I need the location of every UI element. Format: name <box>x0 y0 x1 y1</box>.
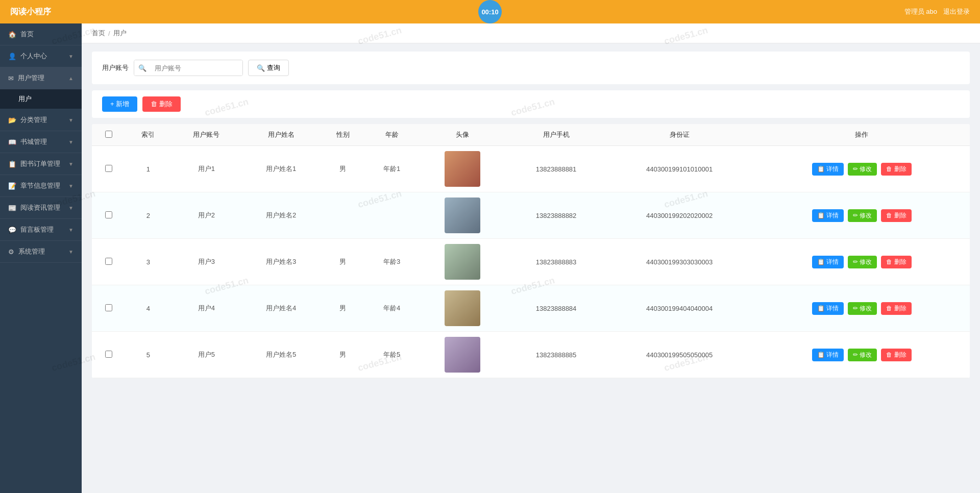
row-delete-button-2[interactable]: 🗑 删除 <box>881 209 911 222</box>
row-delete-button-3[interactable]: 🗑 删除 <box>881 256 911 268</box>
edit-button-3[interactable]: ✏ 修改 <box>848 256 877 268</box>
col-name: 用户姓名 <box>242 124 320 146</box>
batch-delete-button[interactable]: 🗑 删除 <box>142 96 181 112</box>
edit-button-1[interactable]: ✏ 修改 <box>848 163 877 176</box>
row-index-4: 4 <box>126 285 171 332</box>
search-button[interactable]: 🔍 查询 <box>248 60 289 76</box>
breadcrumb: 首页 / 用户 <box>82 23 980 43</box>
sidebar-item-chapter[interactable]: 📝 章节信息管理 ▼ <box>0 175 82 197</box>
sidebar-item-personal[interactable]: 👤 个人中心 ▼ <box>0 45 82 67</box>
row-delete-button-1[interactable]: 🗑 删除 <box>881 163 911 176</box>
breadcrumb-separator: / <box>108 30 110 37</box>
row-delete-button-5[interactable]: 🗑 删除 <box>881 349 911 361</box>
book-icon: 📖 <box>8 138 16 146</box>
select-all-checkbox[interactable] <box>105 131 112 138</box>
detail-button-4[interactable]: 📋 详情 <box>812 302 844 315</box>
row-idcard-3: 440300199303030003 <box>605 239 753 285</box>
header-timer-container: 00:10 <box>478 0 502 23</box>
row-index-1: 1 <box>126 146 171 192</box>
row-ops-2: 📋 详情 ✏ 修改 🗑 删除 <box>753 192 970 239</box>
row-select-3[interactable] <box>105 258 112 265</box>
row-checkbox-3 <box>92 239 126 285</box>
sidebar-label-book: 书城管理 <box>20 137 47 146</box>
chevron-down-icon-2: ▼ <box>68 117 74 123</box>
sidebar-label-category: 分类管理 <box>20 115 47 125</box>
search-bar: 用户账号 🔍 🔍 查询 <box>92 52 970 84</box>
row-ops-4: 📋 详情 ✏ 修改 🗑 删除 <box>753 285 970 332</box>
search-input[interactable] <box>151 60 242 76</box>
sidebar-item-user-mgmt[interactable]: ✉ 用户管理 ▲ <box>0 67 82 89</box>
row-index-2: 2 <box>126 192 171 239</box>
chapter-icon: 📝 <box>8 182 16 190</box>
row-name-4: 用户姓名4 <box>242 285 320 332</box>
sidebar-label-news: 阅读资讯管理 <box>20 203 60 212</box>
detail-button-5[interactable]: 📋 详情 <box>812 349 844 361</box>
row-name-2: 用户姓名2 <box>242 192 320 239</box>
new-button[interactable]: + 新增 <box>102 96 137 112</box>
sidebar-item-news[interactable]: 📰 阅读资讯管理 ▼ <box>0 197 82 219</box>
table-row: 2 用户2 用户姓名2 13823888882 4403001992020200… <box>92 192 970 239</box>
search-btn-icon: 🔍 <box>257 64 265 72</box>
app-title: 阅读小程序 <box>10 7 51 17</box>
row-phone-5: 13823888885 <box>507 332 605 378</box>
row-idcard-4: 440300199404040004 <box>605 285 753 332</box>
row-account-3: 用户3 <box>171 239 242 285</box>
row-ops-5: 📋 详情 ✏ 修改 🗑 删除 <box>753 332 970 378</box>
search-icon: 🔍 <box>134 60 151 76</box>
row-select-4[interactable] <box>105 304 112 311</box>
row-gender-2 <box>320 192 365 239</box>
row-checkbox-5 <box>92 332 126 378</box>
row-account-4: 用户4 <box>171 285 242 332</box>
row-name-3: 用户姓名3 <box>242 239 320 285</box>
detail-button-2[interactable]: 📋 详情 <box>812 209 844 222</box>
sidebar-label-user-mgmt: 用户管理 <box>18 73 44 83</box>
row-checkbox-2 <box>92 192 126 239</box>
row-gender-3: 男 <box>320 239 365 285</box>
edit-button-4[interactable]: ✏ 修改 <box>848 302 877 315</box>
sidebar: 🏠 首页 👤 个人中心 ▼ ✉ 用户管理 ▲ 用户 📂 分类管理 <box>0 23 82 493</box>
main-content: 首页 / 用户 用户账号 🔍 🔍 查询 + 新增 <box>82 23 980 493</box>
search-input-wrapper: 🔍 <box>134 60 243 76</box>
detail-button-3[interactable]: 📋 详情 <box>812 256 844 268</box>
row-idcard-1: 440300199101010001 <box>605 146 753 192</box>
sidebar-label-chapter: 章节信息管理 <box>20 181 60 190</box>
detail-button-1[interactable]: 📋 详情 <box>812 163 844 176</box>
row-phone-4: 13823888884 <box>507 285 605 332</box>
sidebar-item-book[interactable]: 📖 书城管理 ▼ <box>0 131 82 153</box>
row-checkbox-4 <box>92 285 126 332</box>
col-checkbox <box>92 124 126 146</box>
sidebar-item-order[interactable]: 📋 图书订单管理 ▼ <box>0 153 82 175</box>
chevron-down-icon-3: ▼ <box>68 139 74 145</box>
row-index-5: 5 <box>126 332 171 378</box>
col-index: 索引 <box>126 124 171 146</box>
table-row: 4 用户4 用户姓名4 男 年龄4 13823888884 4403001994… <box>92 285 970 332</box>
category-icon: 📂 <box>8 116 16 124</box>
edit-button-2[interactable]: ✏ 修改 <box>848 209 877 222</box>
page-content: 用户账号 🔍 🔍 查询 + 新增 🗑 删除 <box>82 43 980 386</box>
breadcrumb-current: 用户 <box>113 29 127 38</box>
action-bar: + 新增 🗑 删除 <box>92 90 970 118</box>
row-delete-button-4[interactable]: 🗑 删除 <box>881 302 911 315</box>
table-row: 3 用户3 用户姓名3 男 年龄3 13823888883 4403001993… <box>92 239 970 285</box>
sidebar-item-category[interactable]: 📂 分类管理 ▼ <box>0 109 82 131</box>
new-button-label: + 新增 <box>110 100 129 109</box>
logout-link[interactable]: 退出登录 <box>943 7 970 16</box>
sidebar-item-user-sub[interactable]: 用户 <box>0 89 82 109</box>
row-name-1: 用户姓名1 <box>242 146 320 192</box>
row-select-2[interactable] <box>105 211 112 218</box>
col-account: 用户账号 <box>171 124 242 146</box>
sidebar-item-system[interactable]: ⚙ 系统管理 ▼ <box>0 241 82 263</box>
search-btn-label: 查询 <box>267 63 280 72</box>
col-gender: 性别 <box>320 124 365 146</box>
table-row: 1 用户1 用户姓名1 男 年龄1 13823888881 4403001991… <box>92 146 970 192</box>
row-select-5[interactable] <box>105 351 112 358</box>
row-select-1[interactable] <box>105 165 112 172</box>
sidebar-item-home[interactable]: 🏠 首页 <box>0 23 82 45</box>
sidebar-item-comment[interactable]: 💬 留言板管理 ▼ <box>0 219 82 241</box>
row-ops-3: 📋 详情 ✏ 修改 🗑 删除 <box>753 239 970 285</box>
table-row: 5 用户5 用户姓名5 男 年龄5 13823888885 4403001995… <box>92 332 970 378</box>
edit-button-5[interactable]: ✏ 修改 <box>848 349 877 361</box>
sidebar-label-order: 图书订单管理 <box>20 159 60 168</box>
breadcrumb-home[interactable]: 首页 <box>92 29 105 38</box>
row-gender-4: 男 <box>320 285 365 332</box>
